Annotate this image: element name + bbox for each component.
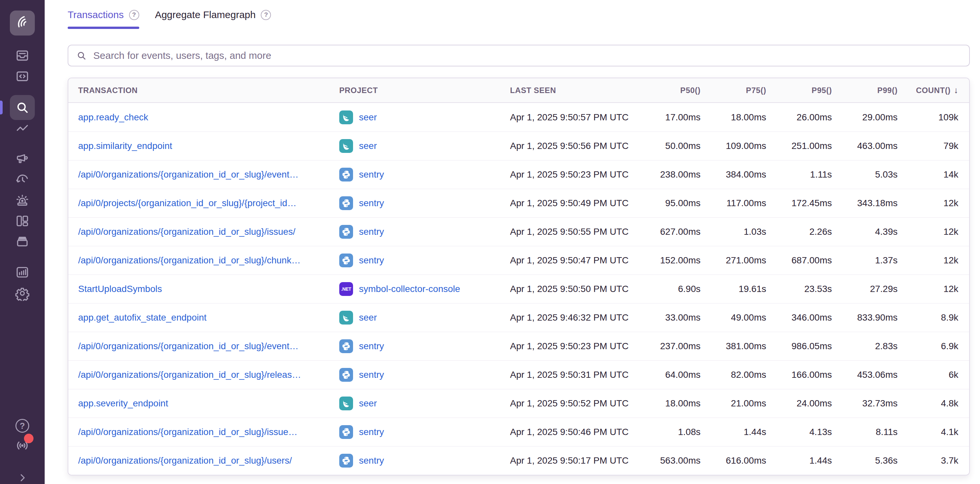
count-cell: 6k: [897, 370, 958, 380]
column-header-count[interactable]: COUNT()↓: [897, 85, 958, 95]
project-platform-icon: [339, 454, 353, 468]
column-header-label: LAST SEEN: [510, 86, 556, 95]
project-link[interactable]: sentry: [359, 227, 384, 237]
sidebar-item-releases[interactable]: [10, 232, 35, 251]
active-nav-indicator: [0, 101, 3, 114]
sidebar-item-help[interactable]: ?: [10, 417, 35, 435]
count-cell: 4.8k: [897, 398, 958, 409]
sidebar-item-issues[interactable]: [10, 46, 35, 65]
column-header-project[interactable]: PROJECT: [339, 86, 510, 95]
project-link[interactable]: seer: [359, 112, 377, 123]
project-link[interactable]: seer: [359, 141, 377, 151]
sidebar-item-explore[interactable]: [10, 95, 35, 120]
p50-cell: 563.00ms: [640, 455, 700, 466]
column-header-p50[interactable]: P50(): [640, 86, 700, 95]
p95-cell: 1.44s: [766, 455, 832, 466]
p99-cell: 32.73ms: [832, 398, 897, 409]
table-row: app.severity_endpoint seer Apr 1, 2025 9…: [68, 389, 969, 418]
tab-aggregate-flamegraph[interactable]: Aggregate Flamegraph ?: [155, 9, 271, 21]
column-header-p75[interactable]: P75(): [700, 86, 766, 95]
sentry-logo-button[interactable]: [10, 11, 35, 35]
sentry-logo-icon: [15, 15, 30, 31]
p75-cell: 21.00ms: [700, 398, 766, 409]
transaction-link[interactable]: /api/0/organizations/{organization_id_or…: [78, 427, 298, 437]
sidebar-item-alerts[interactable]: [10, 191, 35, 209]
last-seen-cell: Apr 1, 2025 9:50:23 PM UTC: [510, 341, 640, 351]
p75-cell: 384.00ms: [700, 169, 766, 180]
project-link[interactable]: sentry: [359, 427, 384, 437]
search-bar: [68, 45, 970, 66]
transaction-link[interactable]: app.ready_check: [78, 112, 148, 122]
sidebar-item-dashboards[interactable]: [10, 212, 35, 230]
project-link[interactable]: sentry: [359, 341, 384, 351]
project-link[interactable]: seer: [359, 398, 377, 409]
sidebar-item-settings[interactable]: [10, 284, 35, 302]
megaphone-icon: [15, 152, 30, 167]
transaction-link[interactable]: /api/0/organizations/{organization_id_or…: [78, 455, 292, 466]
inbox-icon: [15, 48, 30, 63]
aggregate-flamegraph-help-icon[interactable]: ?: [261, 10, 271, 20]
p99-cell: 453.06ms: [832, 370, 897, 380]
p50-cell: 50.00ms: [640, 141, 700, 151]
transaction-link[interactable]: /api/0/organizations/{organization_id_or…: [78, 227, 296, 237]
project-link[interactable]: sentry: [359, 198, 384, 208]
project-link[interactable]: sentry: [359, 455, 384, 466]
project-link[interactable]: sentry: [359, 255, 384, 266]
transaction-link[interactable]: /api/0/organizations/{organization_id_or…: [78, 169, 299, 179]
project-platform-icon: [339, 396, 353, 411]
project-platform-icon: [339, 110, 353, 124]
column-header-last_seen[interactable]: LAST SEEN: [510, 86, 640, 95]
question-mark-icon: ?: [16, 419, 29, 433]
gear-icon: [15, 286, 30, 301]
sidebar-item-traces[interactable]: [10, 120, 35, 138]
column-header-p99[interactable]: P99(): [832, 86, 897, 95]
bar-chart-icon: [15, 265, 30, 280]
project-link[interactable]: sentry: [359, 370, 384, 380]
last-seen-cell: Apr 1, 2025 9:50:49 PM UTC: [510, 198, 640, 208]
p75-cell: 1.03s: [700, 227, 766, 237]
project-link[interactable]: seer: [359, 312, 377, 323]
column-header-p95[interactable]: P95(): [766, 86, 832, 95]
transactions-help-icon[interactable]: ?: [129, 10, 139, 20]
p99-cell: 5.36s: [832, 455, 897, 466]
tab-bar: Transactions ? Aggregate Flamegraph ?: [68, 8, 970, 22]
p99-cell: 1.37s: [832, 255, 897, 266]
transaction-link[interactable]: app.get_autofix_state_endpoint: [78, 312, 207, 323]
last-seen-cell: Apr 1, 2025 9:50:31 PM UTC: [510, 370, 640, 380]
zigzag-icon: [15, 121, 30, 136]
transaction-link[interactable]: /api/0/projects/{organization_id_or_slug…: [78, 198, 297, 208]
transaction-link[interactable]: app.severity_endpoint: [78, 398, 168, 408]
count-cell: 12k: [897, 284, 958, 294]
sidebar-item-replays[interactable]: [10, 171, 35, 189]
table-row: /api/0/organizations/{organization_id_or…: [68, 246, 969, 275]
p50-cell: 152.00ms: [640, 255, 700, 266]
tab-transactions[interactable]: Transactions ?: [68, 9, 139, 21]
column-header-transaction[interactable]: TRANSACTION: [78, 86, 339, 95]
sidebar-item-projects[interactable]: [10, 67, 35, 85]
search-input[interactable]: [92, 50, 961, 61]
last-seen-cell: Apr 1, 2025 9:50:50 PM UTC: [510, 284, 640, 294]
project-platform-icon: [339, 225, 353, 239]
project-link[interactable]: sentry: [359, 169, 384, 180]
sidebar-item-whats-new[interactable]: [10, 436, 35, 455]
table-header-row: TRANSACTIONPROJECTLAST SEENP50()P75()P95…: [68, 78, 969, 103]
p50-cell: 33.00ms: [640, 312, 700, 323]
p95-cell: 166.00ms: [766, 370, 832, 380]
project-link[interactable]: symbol-collector-console: [359, 284, 460, 294]
sidebar-expand-button[interactable]: [10, 468, 35, 484]
count-cell: 12k: [897, 198, 958, 208]
transaction-link[interactable]: /api/0/organizations/{organization_id_or…: [78, 341, 299, 351]
sidebar-item-feedback[interactable]: [10, 150, 35, 168]
p99-cell: 8.11s: [832, 427, 897, 437]
project-platform-icon: [339, 339, 353, 353]
transaction-link[interactable]: app.similarity_endpoint: [78, 141, 172, 151]
sidebar-item-stats[interactable]: [10, 263, 35, 281]
transaction-link[interactable]: /api/0/organizations/{organization_id_or…: [78, 370, 301, 380]
sort-direction-icon[interactable]: ↓: [954, 85, 958, 95]
transaction-link[interactable]: StartUploadSymbols: [78, 284, 162, 294]
count-cell: 12k: [897, 227, 958, 237]
tab-aggregate-flamegraph-label: Aggregate Flamegraph: [155, 9, 256, 21]
p95-cell: 23.53s: [766, 284, 832, 294]
transaction-link[interactable]: /api/0/organizations/{organization_id_or…: [78, 255, 301, 265]
table-row: /api/0/organizations/{organization_id_or…: [68, 217, 969, 246]
